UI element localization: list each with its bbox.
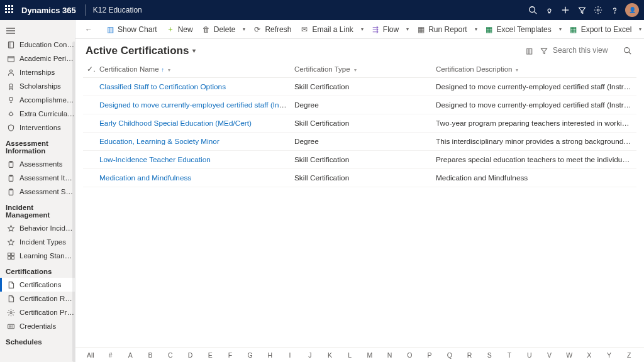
flow-chevron-icon[interactable]: ▾ bbox=[404, 26, 411, 32]
sidebar-item[interactable]: Assessment Items bbox=[0, 171, 75, 185]
jump-letter[interactable]: H bbox=[260, 351, 280, 359]
report-chevron-icon[interactable]: ▾ bbox=[472, 26, 480, 32]
excel-templates-button[interactable]: ▦Excel Templates bbox=[481, 22, 555, 37]
sidebar-item[interactable]: Certification Proc... bbox=[0, 305, 75, 319]
row-selector[interactable] bbox=[83, 78, 96, 96]
filter-pane-icon[interactable] bbox=[536, 45, 552, 57]
table-row[interactable]: Education, Learning & Society MinorDegre… bbox=[83, 133, 636, 151]
row-selector[interactable] bbox=[83, 114, 96, 133]
jump-letter[interactable]: N bbox=[380, 351, 400, 359]
collapse-sidebar-button[interactable] bbox=[0, 24, 75, 38]
jump-letter[interactable]: K bbox=[320, 351, 340, 359]
table-row[interactable]: Low-Incidence Teacher EducationSkill Cer… bbox=[83, 151, 636, 169]
plus-icon[interactable] bbox=[557, 0, 574, 20]
jump-letter[interactable]: V bbox=[540, 351, 560, 359]
row-selector[interactable] bbox=[83, 96, 96, 114]
help-icon[interactable] bbox=[606, 0, 623, 20]
jump-letter[interactable]: Y bbox=[599, 351, 619, 359]
jump-letter[interactable]: U bbox=[519, 351, 540, 359]
new-button[interactable]: ＋New bbox=[162, 22, 197, 37]
lightbulb-icon[interactable] bbox=[541, 0, 557, 20]
sidebar-item[interactable]: Scholarships bbox=[0, 79, 75, 93]
jump-letter[interactable]: R bbox=[460, 351, 480, 359]
jump-letter[interactable]: A bbox=[120, 351, 140, 359]
sidebar-item[interactable]: Internships bbox=[0, 65, 75, 79]
filter-icon[interactable] bbox=[574, 0, 590, 20]
sidebar-item[interactable]: Academic Periods bbox=[0, 52, 75, 65]
cell-name[interactable]: Designed to move currently-employed cert… bbox=[96, 96, 291, 114]
sidebar-item[interactable]: Assessment Scores bbox=[0, 185, 75, 199]
jump-letter[interactable]: D bbox=[180, 351, 201, 359]
cell-name[interactable]: Early Childhood Special Education (MEd/C… bbox=[96, 114, 291, 133]
jump-letter[interactable]: M bbox=[360, 351, 380, 359]
jump-letter[interactable]: I bbox=[280, 351, 300, 359]
user-avatar[interactable]: 👤 bbox=[625, 3, 639, 17]
jump-letter[interactable]: W bbox=[559, 351, 579, 359]
column-header-desc[interactable]: Certification Description▾ bbox=[432, 61, 636, 78]
row-selector[interactable] bbox=[83, 169, 96, 187]
sidebar-item[interactable]: Certification Requ... bbox=[0, 292, 75, 305]
search-input[interactable] bbox=[552, 44, 621, 57]
sidebar-item[interactable]: Learning Standards bbox=[0, 249, 75, 263]
cell-name[interactable]: Medication and Mindfulness bbox=[96, 169, 291, 187]
delete-chevron-icon[interactable]: ▾ bbox=[240, 26, 248, 32]
jump-letter[interactable]: All bbox=[80, 351, 101, 359]
jump-letter[interactable]: X bbox=[579, 351, 599, 359]
jump-letter[interactable]: # bbox=[101, 351, 121, 359]
back-button[interactable]: ← bbox=[80, 22, 97, 37]
row-selector[interactable] bbox=[83, 133, 96, 151]
jump-letter[interactable]: G bbox=[240, 351, 260, 359]
column-header-type[interactable]: Certification Type▾ bbox=[291, 61, 432, 78]
svg-point-29 bbox=[9, 311, 11, 313]
jump-letter[interactable]: S bbox=[479, 351, 499, 359]
search-box[interactable] bbox=[552, 44, 634, 57]
jump-letter[interactable]: E bbox=[200, 351, 220, 359]
table-row[interactable]: Medication and MindfulnessSkill Certific… bbox=[83, 169, 636, 187]
export-excel-button[interactable]: ▦Export to Excel bbox=[565, 22, 636, 37]
settings-icon[interactable] bbox=[590, 0, 606, 20]
jump-letter[interactable]: J bbox=[300, 351, 320, 359]
jump-letter[interactable]: T bbox=[499, 351, 519, 359]
table-row[interactable]: Designed to move currently-employed cert… bbox=[83, 96, 636, 114]
table-row[interactable]: Early Childhood Special Education (MEd/C… bbox=[83, 114, 636, 133]
sidebar-item[interactable]: Credentials bbox=[0, 319, 75, 333]
search-icon[interactable] bbox=[525, 0, 541, 20]
jump-letter[interactable]: Z bbox=[619, 351, 639, 359]
email-chevron-icon[interactable]: ▾ bbox=[358, 26, 366, 32]
show-chart-button[interactable]: ▥Show Chart bbox=[102, 22, 161, 37]
sidebar-item[interactable]: Education Contents bbox=[0, 38, 75, 52]
excel-tpl-chevron-icon[interactable]: ▾ bbox=[557, 26, 564, 32]
chart-pane-icon[interactable]: ▥ bbox=[522, 45, 536, 57]
sidebar-item[interactable]: Assessments bbox=[0, 157, 75, 171]
jump-letter[interactable]: Q bbox=[440, 351, 460, 359]
row-selector[interactable] bbox=[83, 151, 96, 169]
run-report-button[interactable]: ▦Run Report bbox=[413, 22, 470, 37]
app-launcher-icon[interactable] bbox=[5, 5, 15, 15]
export-chevron-icon[interactable]: ▾ bbox=[636, 26, 644, 32]
sidebar-item[interactable]: Behavior Incidents bbox=[0, 221, 75, 235]
cell-name[interactable]: Education, Learning & Society Minor bbox=[96, 133, 291, 151]
delete-button[interactable]: 🗑Delete bbox=[198, 22, 240, 37]
email-link-button[interactable]: ✉Email a Link bbox=[296, 22, 357, 37]
select-all-checkbox[interactable]: ✓ bbox=[83, 61, 96, 78]
sidebar-item[interactable]: Certifications bbox=[0, 278, 75, 292]
jump-letter[interactable]: C bbox=[160, 351, 180, 359]
jump-letter[interactable]: B bbox=[140, 351, 160, 359]
sidebar-scrollbar[interactable] bbox=[72, 41, 75, 362]
table-row[interactable]: Classified Staff to Certification Option… bbox=[83, 78, 636, 96]
refresh-button[interactable]: ⟳Refresh bbox=[249, 22, 295, 37]
cell-name[interactable]: Low-Incidence Teacher Education bbox=[96, 151, 291, 169]
jump-letter[interactable]: O bbox=[400, 351, 420, 359]
search-icon[interactable] bbox=[623, 47, 631, 55]
flow-button[interactable]: ⇶Flow bbox=[367, 22, 402, 37]
jump-letter[interactable]: L bbox=[340, 351, 360, 359]
jump-letter[interactable]: P bbox=[419, 351, 440, 359]
column-header-name[interactable]: Certification Name↑▾ bbox=[96, 61, 291, 78]
jump-letter[interactable]: F bbox=[220, 351, 240, 359]
sidebar-item[interactable]: Interventions bbox=[0, 121, 75, 134]
sidebar-item[interactable]: Extra Curricular A... bbox=[0, 107, 75, 121]
sidebar-item[interactable]: Incident Types bbox=[0, 235, 75, 249]
view-selector[interactable]: Active Certifications ▾ bbox=[86, 45, 196, 57]
sidebar-item[interactable]: Accomplishments bbox=[0, 93, 75, 107]
cell-name[interactable]: Classified Staff to Certification Option… bbox=[96, 78, 291, 96]
